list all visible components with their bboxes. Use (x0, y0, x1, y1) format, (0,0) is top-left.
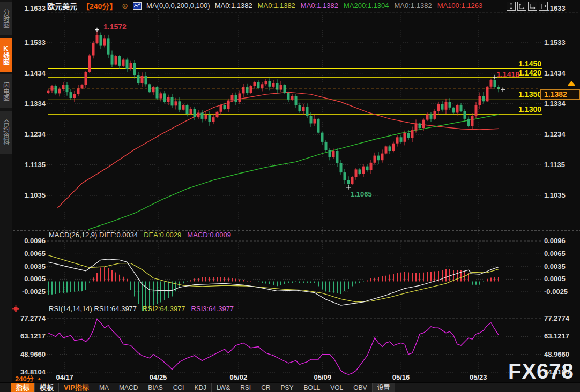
rsi3-value: RSI3:64.3977 (191, 305, 234, 313)
date-label: 05/09 (307, 373, 339, 381)
sidebar-tab-item[interactable]: 分时图 (0, 2, 12, 35)
go-to-latest-icon[interactable] (539, 2, 548, 11)
chart-canvas[interactable] (0, 0, 580, 392)
toolbar-item-plain[interactable]: RSI (235, 383, 256, 392)
toolbar-item-plain[interactable]: OBV (348, 383, 371, 392)
ma-value: MA0:1.1382 (258, 2, 295, 10)
last-price-value: 1.1382 (544, 90, 567, 99)
chart-type-icon[interactable] (133, 2, 142, 10)
level-label: 1.1350 (493, 91, 541, 99)
date-label: 05/23 (462, 373, 494, 381)
macd-axis-label-left: 0.0065 (15, 250, 46, 258)
price-axis-label-left: 1.1334 (15, 100, 46, 108)
price-axis-label-left: 1.1135 (15, 161, 46, 169)
price-axis-label-right: 1.1533 (544, 39, 566, 47)
macd-indicator-label: MACD(26,12,9) DIFF:0.0034 DEA:0.0029 MAC… (49, 231, 231, 239)
price-axis-label-left: 1.1035 (15, 191, 46, 199)
macd-axis-label-left: 0.0005 (15, 275, 46, 283)
macd-axis-label-left: 0.0096 (15, 237, 46, 245)
macd-axis-label-right: 0.0096 (544, 237, 566, 245)
toolbar-item-plain[interactable]: MACD (114, 383, 143, 392)
toolbar-item-bold[interactable]: 模板 (34, 383, 58, 392)
sidebar-tab-item[interactable]: 合约资料 (0, 111, 12, 154)
macd-axis-label-right: 0.0035 (544, 262, 566, 270)
symbol-name: 欧元美元 (47, 1, 77, 11)
alert-icon[interactable] (14, 307, 18, 311)
toolbar-item-plain[interactable]: VOL (325, 383, 348, 392)
toolbar-item-vip[interactable]: VIP指标 (58, 383, 94, 392)
toolbar-item-plain[interactable]: CR (256, 383, 275, 392)
price-axis-label-left: 1.1434 (15, 69, 46, 77)
price-axis-label-left: 1.1633 (15, 4, 46, 12)
rsi-axis-label-left: 77.2774 (13, 314, 46, 322)
macd-axis-label-right: -0.0025 (544, 288, 568, 296)
sidebar-tab-item[interactable]: 闪电图 (0, 74, 12, 108)
toolbar-item-box[interactable]: 设置 (372, 383, 395, 392)
macd-dea-value: DEA:0.0029 (144, 231, 181, 239)
macd-axis-label-left: -0.0025 (15, 288, 46, 296)
ma-value: MA200:1.1304 (344, 2, 389, 10)
macd-axis-label-right: 0.0065 (544, 250, 566, 258)
ma-value: MA0:1.1382 (301, 2, 338, 10)
price-axis-label-left: 1.1533 (15, 39, 46, 47)
rsi-axis-label-right: 77.2774 (544, 314, 569, 322)
ma-settings-label: MA(0,0,0,200,0,100) (146, 2, 210, 10)
price-axis-label-right: 1.1035 (544, 191, 566, 199)
rsi-name-rsi1: RSI(14,14,14) RSI1:64.3977 (49, 305, 137, 313)
watermark: FX678 (508, 359, 574, 383)
peak-price-label: 1.1572 (103, 23, 127, 31)
period-up-triangle-icon: ▲ (37, 376, 42, 381)
toolbar-item-plain[interactable]: KDJ (189, 383, 211, 392)
date-label: 05/16 (385, 373, 417, 381)
sidebar: 分时图K线图闪电图合约资料 (0, 0, 12, 382)
price-axis-label-right: 1.1135 (544, 161, 565, 169)
recent-high-label: 1.1418 (484, 71, 519, 79)
rsi-axis-label-left: 48.9660 (13, 350, 46, 358)
chart-header: 欧元美元 【240分】 ⊕ MA(0,0,0,200,0,100) MA0:1.… (47, 1, 482, 11)
toolbar-item-plain[interactable]: BOLL (299, 383, 325, 392)
axis-scale-up-icon[interactable] (517, 2, 526, 11)
price-axis-label-right: 1.1434 (544, 69, 566, 77)
level-label: 1.1450 (493, 60, 541, 68)
toolbar-item-plain[interactable]: LW& (211, 383, 235, 392)
add-indicator-icon[interactable]: ⊕ (122, 2, 128, 10)
axis-scale-right-icon[interactable] (528, 2, 537, 11)
price-axis-label-right: 1.1234 (544, 130, 566, 138)
ma-values: MA0:1.1382MA0:1.1382MA0:1.1382MA200:1.13… (215, 2, 483, 10)
rsi-axis-label-right: 48.9660 (544, 350, 569, 358)
date-label: 05/02 (222, 373, 255, 381)
rsi-axis-label-right: 63.1217 (544, 332, 569, 340)
macd-axis-label-right: 0.0005 (544, 275, 566, 283)
toolbar-item-plain[interactable]: PSY (276, 383, 299, 392)
macd-axis-label-left: 0.0035 (15, 262, 46, 270)
chart-control-icons (507, 2, 548, 11)
ma-value: MA0:1.1382 (395, 2, 432, 10)
macd-hist-value: MACD:0.0009 (187, 231, 231, 239)
ma-value: MA0:1.1382 (215, 2, 252, 10)
date-label: 04/25 (142, 373, 174, 381)
rsi-indicator-label: RSI(14,14,14) RSI1:64.3977 RSI2:64.3977 … (49, 305, 234, 313)
price-axis-label-right: 1.1334 (544, 100, 566, 108)
price-axis-label-left: 1.1234 (15, 130, 46, 138)
toolbar-item-active[interactable]: 指标 (11, 383, 34, 392)
sidebar-tab-active[interactable]: K线图 (0, 38, 12, 72)
ma-value: MA100:1.1263 (437, 2, 483, 10)
toolbar-item-plain[interactable]: BIAS (143, 383, 167, 392)
chart-app: 分时图K线图闪电图合约资料 欧元美元 【240分】 ⊕ MA(0,0,0,200… (0, 0, 580, 392)
toolbar-item-plain[interactable]: CCI (168, 383, 189, 392)
last-price-box: 1.1382 (540, 89, 580, 100)
bottom-toolbar: 指标模板VIP指标MAMACDBIASCCIKDJLW&RSICRPSYBOLL… (0, 382, 580, 392)
price-up-arrow-icon (568, 81, 575, 86)
level-label: 1.1300 (493, 105, 541, 114)
period-badge[interactable]: 【240分】 (82, 1, 117, 11)
toolbar-item-plain[interactable]: MA (94, 383, 114, 392)
rsi2-value: RSI2:64.3977 (143, 305, 185, 313)
rsi-axis-label-left: 63.1217 (13, 332, 46, 340)
trough-price-label: 1.1065 (351, 190, 372, 198)
macd-name-diff: MACD(26,12,9) DIFF:0.0034 (49, 231, 138, 239)
pan-crosshair-icon[interactable] (507, 2, 516, 11)
date-label: 04/17 (49, 373, 81, 381)
